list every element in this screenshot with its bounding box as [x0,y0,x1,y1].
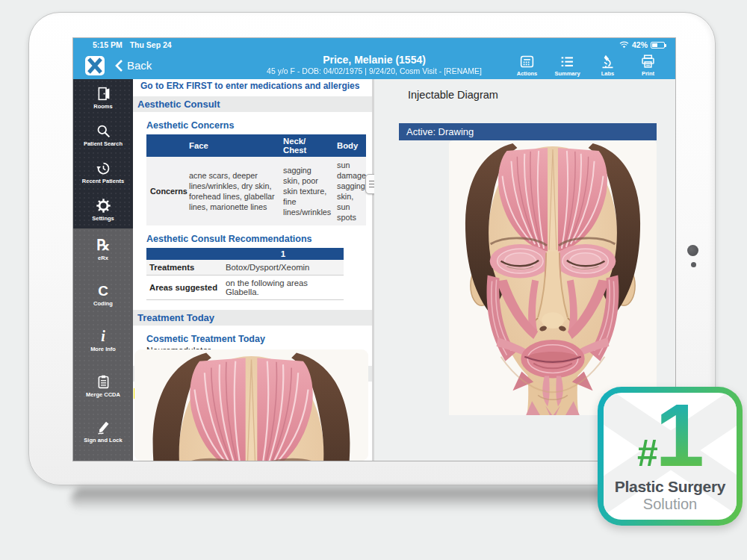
light-sensor-dot [691,262,696,267]
clipboard-icon [96,373,111,390]
badge-hash: # [637,435,657,472]
areas-suggested-label: Areas suggested [146,276,223,300]
app-screen: 5:15 PM Thu Sep 24 42% [73,38,675,461]
diagram-pane-title: Injectable Diagram [408,89,498,101]
injectable-diagram-canvas[interactable] [449,140,657,415]
wifi-icon [619,41,629,49]
section-aesthetic-consult: Aesthetic Consult [133,96,372,112]
app-logo-icon [85,56,105,75]
search-icon [96,122,111,139]
sidebar-item-erx[interactable]: ℞ eRx [73,228,133,274]
printer-icon [640,54,656,69]
table-row: Areas suggested on the following areas G… [146,276,344,300]
battery-percent: 42% [632,40,648,49]
badge-number: # 1 [604,397,737,476]
badge-line2: Solution [604,496,737,513]
treatments-label: Treatments [146,260,223,276]
areas-suggested-value: on the following areas Glabella. [223,276,344,300]
microscope-icon [600,54,616,69]
concerns-neck-chest-cell: sagging skin, poor skin texture, fine li… [279,157,333,225]
chevron-left-icon [115,59,123,72]
heading-recommendations: Aesthetic Consult Recommendations [146,234,372,244]
concerns-header-body: Body [333,134,366,157]
sidebar-item-coding[interactable]: C Coding [73,274,133,320]
patient-header: Price, Melanie (1554) 45 y/o F - DOB: 04… [210,54,539,75]
summary-label: Summary [554,70,580,77]
aesthetic-concerns-table: Face Neck/ Chest Body Concerns acne scar… [146,134,366,225]
erx-warning-note: Go to ERx FIRST to enter medications and… [140,81,372,91]
recs-header-one: 1 [223,248,344,260]
injectable-diagram-thumbnail[interactable] [134,349,368,461]
sidebar-item-settings[interactable]: Settings [73,191,133,228]
concerns-body-cell: sun damage, sagging skin, sun spots [333,157,366,225]
rx-icon: ℞ [96,237,110,253]
sidebar-item-recent-patients[interactable]: Recent Patients [73,154,133,191]
print-button[interactable]: Print [630,54,666,77]
sidebar: Rooms Patient Search Recen [73,79,133,461]
sidebar-group-bottom: ℞ eRx C Coding i More Info [73,228,133,461]
table-row: Concerns acne scars, deeper lines/wrinkl… [146,157,366,225]
labs-button[interactable]: Labs [589,54,626,77]
sidebar-group-top: Rooms Patient Search Recen [73,79,133,228]
back-label: Back [127,59,152,72]
letter-c-icon: C [98,282,108,299]
app-header: Back Price, Melanie (1554) 45 y/o F - DO… [73,52,675,79]
sidebar-item-merge-ccda[interactable]: Merge CCDA [73,365,133,411]
door-icon [96,85,111,102]
number-one-badge: # 1 Plastic Surgery Solution [598,387,743,526]
patient-subtitle: 45 y/o F - DOB: 04/02/1975 | 9/24/20, Co… [210,66,539,75]
back-button[interactable]: Back [115,59,152,72]
concerns-header-neck-chest: Neck/ Chest [279,134,333,157]
heading-aesthetic-concerns: Aesthetic Concerns [146,120,372,131]
svg-text:1: 1 [657,397,703,476]
list-icon [560,54,575,69]
active-drawing-bar: Active: Drawing [399,123,657,140]
print-label: Print [642,70,654,77]
tablet-drop-shadow [71,488,676,511]
badge-one-digit: 1 [657,397,703,476]
section-treatment-today: Treatment Today [133,310,372,326]
status-bar: 5:15 PM Thu Sep 24 42% [73,38,675,52]
sidebar-item-sign-and-lock[interactable]: Sign and Lock [73,411,133,456]
heading-cosmetic-treatment-today: Cosmetic Treatment Today [146,334,372,344]
sidebar-item-rooms[interactable]: Rooms [73,79,133,116]
recs-header-blank [146,248,223,260]
gear-icon [96,197,111,214]
patient-title: Price, Melanie (1554) [210,54,539,66]
chart-note-pane[interactable]: Go to ERx FIRST to enter medications and… [133,79,372,461]
history-icon [96,160,111,176]
battery-icon [651,42,665,49]
treatments-value: Botox/Dysport/Xeomin [223,260,344,276]
summary-button[interactable]: Summary [549,54,586,77]
sidebar-item-patient-search[interactable]: Patient Search [73,116,133,154]
concerns-row-label: Concerns [146,157,185,225]
concerns-header-face: Face [185,134,279,157]
camera-lens [687,245,698,256]
badge-line1: Plastic Surgery [604,478,737,496]
concerns-face-cell: acne scars, deeper lines/wrinkles, dry s… [185,157,279,225]
recommendations-table: 1 Treatments Botox/Dysport/Xeomin Areas … [146,248,344,300]
info-icon: i [101,328,105,344]
labs-label: Labs [601,70,615,77]
sidebar-item-more-info[interactable]: i More Info [73,320,133,365]
page-background: 5:15 PM Thu Sep 24 42% [0,0,747,560]
content-area: Rooms Patient Search Recen [73,79,675,461]
status-time: 5:15 PM [93,40,123,49]
status-date: Thu Sep 24 [130,40,172,49]
table-row: Treatments Botox/Dysport/Xeomin [146,260,344,276]
concerns-header-blank [146,134,185,157]
pen-icon [96,419,111,435]
